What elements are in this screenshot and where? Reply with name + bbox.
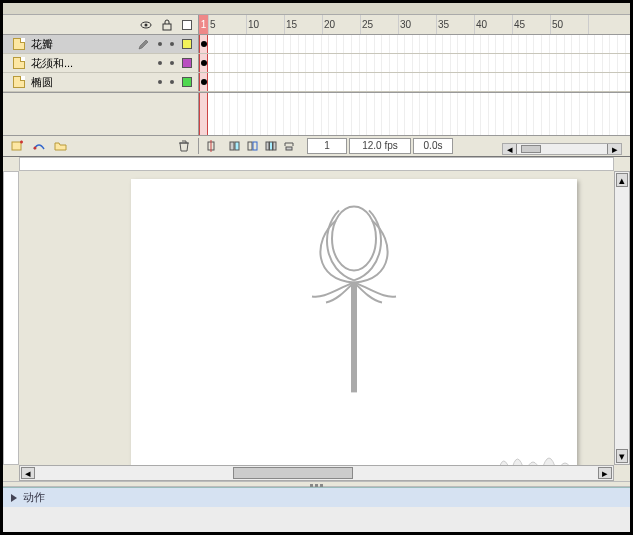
lock-dot[interactable] [170, 42, 174, 46]
new-motion-guide-button[interactable] [31, 138, 47, 154]
elapsed-time-display: 0.0s [413, 138, 453, 154]
ruler-frame[interactable]: 30 [399, 15, 437, 34]
stage-area: ◂ ▸ ▴ ▾ [3, 157, 630, 481]
ruler-frame[interactable]: 35 [437, 15, 475, 34]
layer-label[interactable]: 花须和... [3, 54, 199, 72]
new-folder-button[interactable] [53, 138, 69, 154]
svg-rect-2 [163, 24, 171, 30]
layer-list: 花瓣 花须和... [3, 35, 630, 93]
timeline-panel: 1 5 10 15 20 25 30 35 40 45 50 花瓣 [3, 15, 630, 157]
stage-viewport[interactable] [19, 171, 614, 465]
layer-track[interactable] [199, 54, 630, 72]
onion-markers-button[interactable] [281, 138, 297, 154]
svg-rect-14 [286, 147, 292, 150]
layer-name: 花瓣 [31, 37, 53, 52]
layer-row[interactable]: 花瓣 [3, 35, 630, 54]
svg-rect-9 [248, 142, 252, 150]
actions-panel-header[interactable]: 动作 [3, 487, 630, 507]
layer-page-icon [13, 38, 25, 50]
ruler-frame[interactable]: 25 [361, 15, 399, 34]
canvas[interactable] [131, 179, 577, 465]
layer-track[interactable] [199, 35, 630, 53]
layer-color-swatch[interactable] [182, 39, 192, 49]
expand-triangle-icon[interactable] [11, 494, 17, 502]
svg-rect-12 [270, 142, 273, 150]
scroll-right-icon[interactable]: ▸ [607, 144, 621, 154]
layer-track[interactable] [199, 73, 630, 91]
delete-layer-button[interactable] [176, 138, 192, 154]
outline-icon[interactable] [182, 20, 192, 30]
lock-icon[interactable] [162, 19, 172, 31]
new-layer-button[interactable] [9, 138, 25, 154]
layer-color-swatch[interactable] [182, 58, 192, 68]
svg-point-15 [332, 206, 376, 270]
ruler-frame[interactable]: 20 [323, 15, 361, 34]
layer-row[interactable]: 椭圆 [3, 73, 630, 92]
application-window: 1 5 10 15 20 25 30 35 40 45 50 花瓣 [0, 0, 633, 535]
ruler-frame[interactable]: 50 [551, 15, 589, 34]
scroll-right-icon[interactable]: ▸ [598, 467, 612, 479]
center-frame-button[interactable] [203, 138, 219, 154]
pencil-icon [138, 38, 150, 50]
layer-name: 花须和... [31, 56, 73, 71]
flower-drawing [294, 190, 414, 410]
layer-color-swatch[interactable] [182, 77, 192, 87]
timeline-scrollbar[interactable]: ◂ ▸ [502, 143, 622, 155]
layer-column-header [3, 15, 199, 34]
keyframe-icon[interactable] [201, 60, 207, 66]
vertical-scrollbar[interactable]: ▴ ▾ [614, 171, 630, 465]
scroll-left-icon[interactable]: ◂ [21, 467, 35, 479]
svg-rect-3 [12, 142, 21, 150]
edit-multiple-frames-button[interactable] [263, 138, 279, 154]
vertical-ruler [3, 171, 19, 465]
layer-page-icon [13, 76, 25, 88]
fps-display: 12.0 fps [349, 138, 411, 154]
timeline-empty-area [3, 93, 630, 135]
layer-page-icon [13, 57, 25, 69]
onion-outline-button[interactable] [245, 138, 261, 154]
timeline-header: 1 5 10 15 20 25 30 35 40 45 50 [3, 15, 630, 35]
eye-icon[interactable] [140, 19, 152, 31]
svg-rect-7 [230, 142, 234, 150]
scroll-down-icon[interactable]: ▾ [616, 449, 628, 463]
svg-rect-8 [235, 142, 239, 150]
horizontal-scrollbar[interactable]: ◂ ▸ [19, 465, 614, 481]
svg-rect-16 [351, 282, 357, 392]
scrollbar-thumb[interactable] [521, 145, 541, 153]
layer-label[interactable]: 花瓣 [3, 35, 199, 53]
visibility-dot[interactable] [158, 61, 162, 65]
lock-dot[interactable] [170, 80, 174, 84]
ruler-frame[interactable]: 10 [247, 15, 285, 34]
document-tab-strip [3, 3, 630, 15]
svg-rect-11 [266, 142, 269, 150]
timeline-footer: 1 12.0 fps 0.0s ◂ ▸ [3, 135, 630, 157]
ruler-frame[interactable]: 15 [285, 15, 323, 34]
svg-point-4 [34, 147, 37, 150]
keyframe-icon[interactable] [201, 41, 207, 47]
horizontal-ruler [19, 157, 614, 171]
keyframe-icon[interactable] [201, 79, 207, 85]
scroll-up-icon[interactable]: ▴ [616, 173, 628, 187]
visibility-dot[interactable] [158, 42, 162, 46]
ruler-frame[interactable]: 40 [475, 15, 513, 34]
frame-ruler[interactable]: 1 5 10 15 20 25 30 35 40 45 50 [199, 15, 630, 34]
onion-skin-button[interactable] [227, 138, 243, 154]
grass-drawing [493, 437, 583, 465]
lock-dot[interactable] [170, 61, 174, 65]
ruler-frame-1[interactable]: 1 [199, 15, 209, 34]
svg-rect-10 [253, 142, 257, 150]
scroll-left-icon[interactable]: ◂ [503, 144, 517, 154]
layer-row[interactable]: 花须和... [3, 54, 630, 73]
svg-point-1 [145, 23, 148, 26]
visibility-dot[interactable] [158, 80, 162, 84]
current-frame-display: 1 [307, 138, 347, 154]
panel-splitter[interactable] [3, 481, 630, 487]
ruler-frame[interactable]: 45 [513, 15, 551, 34]
layer-label[interactable]: 椭圆 [3, 73, 199, 91]
panel-title-label: 动作 [23, 490, 45, 505]
scrollbar-thumb[interactable] [233, 467, 353, 479]
svg-rect-13 [273, 142, 276, 150]
ruler-frame[interactable]: 5 [209, 15, 247, 34]
layer-name: 椭圆 [31, 75, 53, 90]
